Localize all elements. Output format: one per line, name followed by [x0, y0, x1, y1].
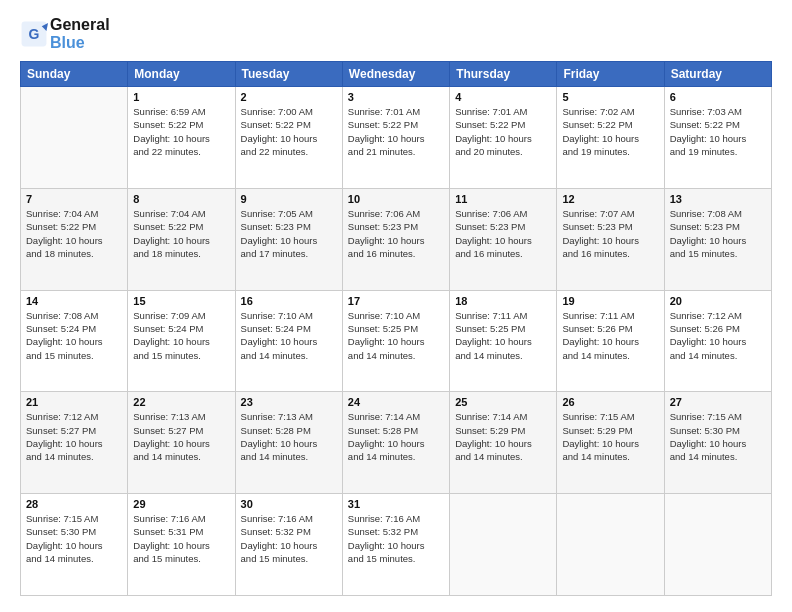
day-info: Sunrise: 7:05 AM Sunset: 5:23 PM Dayligh… — [241, 207, 337, 260]
calendar-day-7: 7Sunrise: 7:04 AM Sunset: 5:22 PM Daylig… — [21, 188, 128, 290]
day-number: 4 — [455, 91, 551, 103]
day-info: Sunrise: 7:15 AM Sunset: 5:29 PM Dayligh… — [562, 410, 658, 463]
calendar-week-4: 21Sunrise: 7:12 AM Sunset: 5:27 PM Dayli… — [21, 392, 772, 494]
calendar-day-12: 12Sunrise: 7:07 AM Sunset: 5:23 PM Dayli… — [557, 188, 664, 290]
day-number: 17 — [348, 295, 444, 307]
day-number: 18 — [455, 295, 551, 307]
weekday-header-monday: Monday — [128, 62, 235, 87]
day-info: Sunrise: 7:11 AM Sunset: 5:25 PM Dayligh… — [455, 309, 551, 362]
day-info: Sunrise: 7:13 AM Sunset: 5:27 PM Dayligh… — [133, 410, 229, 463]
day-number: 15 — [133, 295, 229, 307]
day-info: Sunrise: 7:14 AM Sunset: 5:28 PM Dayligh… — [348, 410, 444, 463]
weekday-header-saturday: Saturday — [664, 62, 771, 87]
calendar-day-4: 4Sunrise: 7:01 AM Sunset: 5:22 PM Daylig… — [450, 87, 557, 189]
calendar-day-empty — [664, 494, 771, 596]
day-info: Sunrise: 7:06 AM Sunset: 5:23 PM Dayligh… — [348, 207, 444, 260]
day-number: 5 — [562, 91, 658, 103]
day-number: 28 — [26, 498, 122, 510]
weekday-header-wednesday: Wednesday — [342, 62, 449, 87]
day-number: 8 — [133, 193, 229, 205]
logo-icon: G — [20, 20, 48, 48]
calendar-day-3: 3Sunrise: 7:01 AM Sunset: 5:22 PM Daylig… — [342, 87, 449, 189]
day-number: 22 — [133, 396, 229, 408]
calendar-day-29: 29Sunrise: 7:16 AM Sunset: 5:31 PM Dayli… — [128, 494, 235, 596]
day-number: 14 — [26, 295, 122, 307]
calendar-day-13: 13Sunrise: 7:08 AM Sunset: 5:23 PM Dayli… — [664, 188, 771, 290]
day-info: Sunrise: 7:16 AM Sunset: 5:31 PM Dayligh… — [133, 512, 229, 565]
calendar-day-6: 6Sunrise: 7:03 AM Sunset: 5:22 PM Daylig… — [664, 87, 771, 189]
day-number: 19 — [562, 295, 658, 307]
weekday-header-sunday: Sunday — [21, 62, 128, 87]
day-number: 23 — [241, 396, 337, 408]
calendar-week-1: 1Sunrise: 6:59 AM Sunset: 5:22 PM Daylig… — [21, 87, 772, 189]
day-info: Sunrise: 7:15 AM Sunset: 5:30 PM Dayligh… — [26, 512, 122, 565]
day-info: Sunrise: 7:01 AM Sunset: 5:22 PM Dayligh… — [348, 105, 444, 158]
day-info: Sunrise: 7:00 AM Sunset: 5:22 PM Dayligh… — [241, 105, 337, 158]
calendar-day-28: 28Sunrise: 7:15 AM Sunset: 5:30 PM Dayli… — [21, 494, 128, 596]
day-info: Sunrise: 7:14 AM Sunset: 5:29 PM Dayligh… — [455, 410, 551, 463]
day-number: 26 — [562, 396, 658, 408]
calendar-table: SundayMondayTuesdayWednesdayThursdayFrid… — [20, 61, 772, 596]
page: G General Blue SundayMondayTuesdayWednes… — [0, 0, 792, 612]
calendar-day-9: 9Sunrise: 7:05 AM Sunset: 5:23 PM Daylig… — [235, 188, 342, 290]
calendar-week-3: 14Sunrise: 7:08 AM Sunset: 5:24 PM Dayli… — [21, 290, 772, 392]
logo-text: General Blue — [50, 16, 110, 51]
calendar-day-23: 23Sunrise: 7:13 AM Sunset: 5:28 PM Dayli… — [235, 392, 342, 494]
weekday-header-thursday: Thursday — [450, 62, 557, 87]
calendar-day-24: 24Sunrise: 7:14 AM Sunset: 5:28 PM Dayli… — [342, 392, 449, 494]
day-info: Sunrise: 7:12 AM Sunset: 5:26 PM Dayligh… — [670, 309, 766, 362]
day-number: 20 — [670, 295, 766, 307]
day-number: 3 — [348, 91, 444, 103]
header: G General Blue — [20, 16, 772, 51]
day-number: 13 — [670, 193, 766, 205]
calendar-day-14: 14Sunrise: 7:08 AM Sunset: 5:24 PM Dayli… — [21, 290, 128, 392]
calendar-day-10: 10Sunrise: 7:06 AM Sunset: 5:23 PM Dayli… — [342, 188, 449, 290]
calendar-day-17: 17Sunrise: 7:10 AM Sunset: 5:25 PM Dayli… — [342, 290, 449, 392]
day-number: 10 — [348, 193, 444, 205]
day-info: Sunrise: 7:12 AM Sunset: 5:27 PM Dayligh… — [26, 410, 122, 463]
day-number: 29 — [133, 498, 229, 510]
calendar-week-5: 28Sunrise: 7:15 AM Sunset: 5:30 PM Dayli… — [21, 494, 772, 596]
calendar-day-19: 19Sunrise: 7:11 AM Sunset: 5:26 PM Dayli… — [557, 290, 664, 392]
day-number: 6 — [670, 91, 766, 103]
day-number: 2 — [241, 91, 337, 103]
weekday-header-friday: Friday — [557, 62, 664, 87]
svg-text:G: G — [29, 25, 40, 41]
calendar-day-27: 27Sunrise: 7:15 AM Sunset: 5:30 PM Dayli… — [664, 392, 771, 494]
calendar-day-8: 8Sunrise: 7:04 AM Sunset: 5:22 PM Daylig… — [128, 188, 235, 290]
day-info: Sunrise: 7:04 AM Sunset: 5:22 PM Dayligh… — [26, 207, 122, 260]
day-number: 27 — [670, 396, 766, 408]
day-info: Sunrise: 7:08 AM Sunset: 5:24 PM Dayligh… — [26, 309, 122, 362]
calendar-week-2: 7Sunrise: 7:04 AM Sunset: 5:22 PM Daylig… — [21, 188, 772, 290]
day-number: 16 — [241, 295, 337, 307]
calendar-day-25: 25Sunrise: 7:14 AM Sunset: 5:29 PM Dayli… — [450, 392, 557, 494]
day-number: 7 — [26, 193, 122, 205]
calendar-day-empty — [557, 494, 664, 596]
day-number: 31 — [348, 498, 444, 510]
day-info: Sunrise: 7:16 AM Sunset: 5:32 PM Dayligh… — [348, 512, 444, 565]
calendar-day-18: 18Sunrise: 7:11 AM Sunset: 5:25 PM Dayli… — [450, 290, 557, 392]
calendar-day-empty — [450, 494, 557, 596]
calendar-day-16: 16Sunrise: 7:10 AM Sunset: 5:24 PM Dayli… — [235, 290, 342, 392]
day-number: 21 — [26, 396, 122, 408]
day-number: 25 — [455, 396, 551, 408]
day-number: 24 — [348, 396, 444, 408]
calendar-day-26: 26Sunrise: 7:15 AM Sunset: 5:29 PM Dayli… — [557, 392, 664, 494]
calendar-day-1: 1Sunrise: 6:59 AM Sunset: 5:22 PM Daylig… — [128, 87, 235, 189]
day-number: 9 — [241, 193, 337, 205]
day-number: 11 — [455, 193, 551, 205]
calendar-day-31: 31Sunrise: 7:16 AM Sunset: 5:32 PM Dayli… — [342, 494, 449, 596]
day-info: Sunrise: 7:06 AM Sunset: 5:23 PM Dayligh… — [455, 207, 551, 260]
day-info: Sunrise: 6:59 AM Sunset: 5:22 PM Dayligh… — [133, 105, 229, 158]
calendar-day-empty — [21, 87, 128, 189]
calendar-day-2: 2Sunrise: 7:00 AM Sunset: 5:22 PM Daylig… — [235, 87, 342, 189]
weekday-header-tuesday: Tuesday — [235, 62, 342, 87]
day-number: 1 — [133, 91, 229, 103]
calendar-day-21: 21Sunrise: 7:12 AM Sunset: 5:27 PM Dayli… — [21, 392, 128, 494]
day-info: Sunrise: 7:10 AM Sunset: 5:25 PM Dayligh… — [348, 309, 444, 362]
calendar-day-5: 5Sunrise: 7:02 AM Sunset: 5:22 PM Daylig… — [557, 87, 664, 189]
day-info: Sunrise: 7:11 AM Sunset: 5:26 PM Dayligh… — [562, 309, 658, 362]
day-info: Sunrise: 7:04 AM Sunset: 5:22 PM Dayligh… — [133, 207, 229, 260]
day-info: Sunrise: 7:13 AM Sunset: 5:28 PM Dayligh… — [241, 410, 337, 463]
calendar-day-20: 20Sunrise: 7:12 AM Sunset: 5:26 PM Dayli… — [664, 290, 771, 392]
